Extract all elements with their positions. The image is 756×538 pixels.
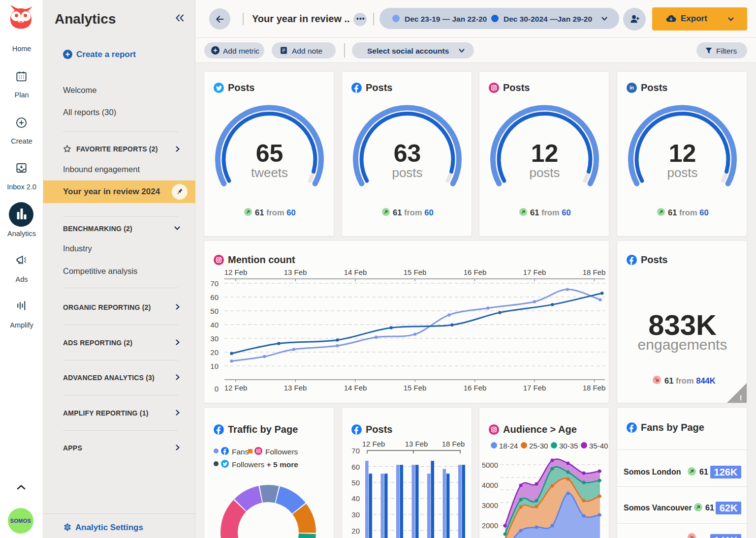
svg-text:!: !: [740, 393, 742, 402]
